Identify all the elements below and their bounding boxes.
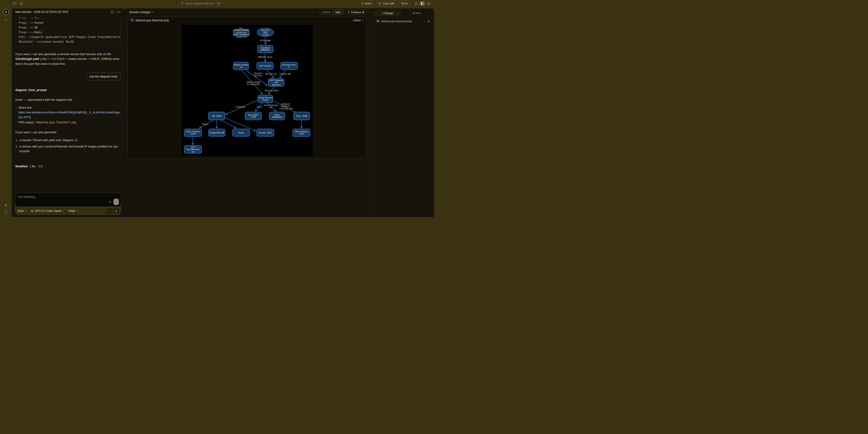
new-session-icon[interactable]	[20, 2, 23, 5]
composer-footer: Build▼ GPT-5.3 Codex Spark▼ Xhigh▼ >_	[15, 207, 121, 215]
app-window: ‹ › ⌘P Status Copy path Share	[0, 0, 434, 217]
user-message-bubble: use the diagram tools	[86, 72, 121, 80]
copy-icon	[379, 2, 381, 5]
left-rail: D + ⚙ ?	[0, 8, 12, 217]
diff-view-toggle: Unified Split	[319, 9, 343, 15]
status-dot-icon	[362, 3, 363, 4]
session-title: New session - 2026-02-21T23:51:25.707Z	[16, 10, 68, 13]
file-added-badge: A	[428, 20, 430, 23]
tool-call-name: diagram_from_prompt	[16, 88, 121, 92]
session-changes-header: Session changes ▼ Unified Split ▲▼ Colla…	[125, 8, 370, 16]
chat-transcript: Proxy --> DexProxy --> RunnerProxy --> D…	[12, 15, 124, 193]
openai-logo-icon	[31, 209, 34, 212]
file-name: daytona-gcp-flowchart.png	[381, 20, 426, 23]
chevron-down-icon: ▼	[62, 210, 64, 212]
back-icon[interactable]: ‹	[26, 2, 27, 5]
tab-all-files[interactable]: All files	[403, 10, 431, 16]
collapse-all-button[interactable]: ▲▼ Collapse all	[345, 9, 367, 15]
open-windows-button[interactable]	[114, 208, 119, 213]
flowchart-image: Env: COOKIE_DOMAIN= fucksap.com, PROXY_D…	[182, 25, 313, 156]
assistant-paragraph: If you want, I can also generate:	[16, 130, 121, 135]
list-item: 1. a cleaner “OAuth auth path only” diag…	[16, 138, 121, 142]
panel-right-toggle-icon[interactable]	[420, 1, 425, 6]
topbar: ‹ › ⌘P Status Copy path Share	[0, 0, 434, 7]
sidebar-toggle-icon[interactable]	[13, 2, 16, 5]
chevron-down-icon: ▼	[25, 210, 27, 212]
list-item: 2. a version with your current IP/domain…	[16, 144, 121, 154]
list-item: • PNG output: /daytona-gcp-flowchart.png	[16, 120, 121, 125]
session-changes-panel: Session changes ▼ Unified Split ▲▼ Colla…	[125, 8, 370, 217]
effort-dropdown[interactable]: Xhigh▼	[68, 209, 78, 212]
bullet-icon: •	[16, 105, 17, 120]
ordered-list: 1. a cleaner “OAuth auth path only” diag…	[16, 138, 121, 154]
workspace: D + ⚙ ? New session - 2026-02-21T23:51:2…	[0, 7, 434, 217]
chat-input[interactable]	[18, 195, 92, 204]
session-menu-icon[interactable]: •••	[117, 10, 121, 14]
right-card: Session changes ▼ Unified Split ▲▼ Colla…	[125, 8, 434, 217]
search-icon	[181, 1, 184, 5]
share-button[interactable]: Share	[399, 1, 410, 6]
status-button[interactable]: Status	[359, 1, 374, 6]
changed-file-card: daytona-gcp-flowchart.png Added ▼ Env: C…	[128, 17, 367, 159]
files-tabs: 1 Change All files	[373, 10, 431, 16]
files-sidebar: 1 Change All files daytona-gcp-flowchart…	[370, 8, 434, 217]
changed-file-name: daytona-gcp-flowchart.png	[135, 19, 168, 22]
chat-panel: New session - 2026-02-21T23:51:25.707Z •…	[12, 8, 125, 217]
session-spinner-icon	[111, 11, 114, 13]
new-item-plus-icon[interactable]: +	[5, 18, 7, 22]
image-file-icon	[377, 19, 379, 23]
chat-header: New session - 2026-02-21T23:51:25.707Z •…	[12, 8, 124, 15]
file-status-dropdown[interactable]: Added ▼	[352, 19, 364, 22]
search-shortcut: ⌘P	[216, 2, 222, 5]
assistant-paragraph: Done — I generated it with the diagram t…	[16, 97, 121, 102]
file-status-badge: Added	[352, 19, 361, 22]
diff-bars-icon	[38, 165, 43, 168]
copy-path-button[interactable]: Copy path	[376, 1, 397, 6]
assistant-paragraph: If you want, I can also generate a secon…	[16, 52, 121, 66]
model-dropdown[interactable]: GPT-5.3 Codex Spark▼	[31, 209, 64, 212]
folder-icon[interactable]	[426, 1, 431, 6]
changed-file-header[interactable]: daytona-gcp-flowchart.png Added ▼	[128, 17, 367, 24]
composer-input-box[interactable]: + ↑	[15, 193, 121, 207]
search-input[interactable]	[185, 2, 214, 5]
terminal-button[interactable]: >_	[107, 208, 113, 213]
bullet-icon: •	[16, 120, 17, 125]
composer: + ↑ Build▼ GPT-5.3 Codex Spark▼	[15, 193, 121, 215]
mode-dropdown[interactable]: Build▼	[18, 209, 27, 212]
list-item: • Share link: https://excalidraw.com/#js…	[16, 105, 121, 120]
workspace-avatar[interactable]: D	[3, 9, 8, 15]
modified-files-disclosure[interactable]: Modified 1 file	[16, 164, 121, 169]
tab-changes[interactable]: 1 Change	[373, 10, 402, 16]
unified-toggle[interactable]: Unified	[320, 10, 333, 15]
session-changes-dropdown[interactable]: Session changes ▼	[129, 11, 154, 14]
code-block: Proxy --> DexProxy --> RunnerProxy --> D…	[16, 15, 121, 47]
send-button[interactable]: ↑	[114, 199, 119, 205]
collapse-icon: ▲▼	[348, 11, 350, 13]
attach-plus-icon[interactable]: +	[109, 200, 111, 204]
file-list-item[interactable]: daytona-gcp-flowchart.png A	[370, 18, 434, 24]
help-icon[interactable]: ?	[4, 210, 8, 214]
excalidraw-share-link[interactable]: https://excalidraw.com/#json=xNnwdPJMQoP…	[19, 111, 121, 119]
chevron-down-icon: ▼	[76, 210, 78, 212]
settings-gear-icon[interactable]: ⚙	[4, 203, 7, 207]
global-search[interactable]: ⌘P	[179, 1, 223, 6]
chevron-down-icon: ▼	[362, 19, 364, 22]
chevron-down-icon: ▼	[152, 11, 154, 13]
split-toggle[interactable]: Split	[333, 9, 343, 15]
panel-bottom-icon[interactable]	[413, 1, 418, 6]
forward-icon[interactable]: ›	[31, 2, 32, 5]
image-file-icon	[131, 18, 133, 22]
bullet-list: • Share link: https://excalidraw.com/#js…	[16, 105, 121, 125]
